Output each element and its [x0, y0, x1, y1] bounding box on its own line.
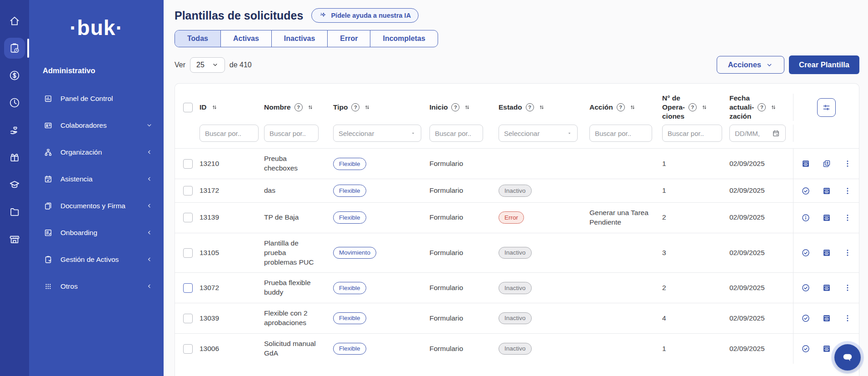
duplicate-icon[interactable] — [822, 159, 831, 168]
sort-icon[interactable] — [464, 104, 470, 110]
preview-icon[interactable] — [822, 344, 831, 353]
tab-error[interactable]: Error — [327, 30, 370, 47]
help-icon[interactable]: ? — [758, 103, 766, 111]
rail-item-dollar[interactable] — [4, 65, 25, 86]
filter-operaciones-input[interactable]: Buscar por.. — [662, 125, 722, 142]
column-settings-button[interactable] — [817, 98, 836, 117]
sidebar-item-gestion-de-activos[interactable]: Gestión de Activos — [29, 246, 164, 273]
preview-icon[interactable] — [822, 186, 831, 196]
sidebar-item-organizacion[interactable]: Organización — [29, 139, 164, 165]
check-circle-icon[interactable] — [801, 314, 810, 323]
sidebar-item-colaboradores[interactable]: Colaboradores — [29, 112, 164, 139]
row-actions — [801, 248, 852, 257]
tab-activas[interactable]: Activas — [220, 30, 271, 47]
table-row[interactable]: 13210Preuba checboxesFlexibleFormulario1… — [175, 148, 859, 179]
filter-id-input[interactable]: Buscar por.. — [200, 125, 259, 142]
check-circle-icon[interactable] — [801, 283, 810, 292]
row-checkbox[interactable] — [183, 186, 193, 196]
preview-icon[interactable] — [822, 283, 831, 292]
table-row[interactable]: 13039Flexible con 2 aprobacionesFlexible… — [175, 303, 859, 333]
info-circle-icon[interactable] — [801, 213, 810, 222]
rail-item-home[interactable] — [4, 10, 25, 31]
help-icon[interactable]: ? — [294, 103, 303, 111]
select-all-checkbox[interactable] — [183, 103, 193, 112]
preview-icon[interactable] — [822, 314, 831, 323]
sort-icon[interactable] — [211, 104, 218, 110]
acciones-button[interactable]: Acciones — [717, 56, 784, 74]
id-value: 13105 — [200, 248, 219, 258]
filter-accion-input[interactable]: Buscar por.. — [589, 125, 652, 142]
row-actions — [801, 213, 852, 222]
kebab-menu-icon[interactable] — [843, 213, 852, 222]
tab-todas[interactable]: Todas — [175, 30, 220, 47]
inicio-value: Formulario — [429, 213, 463, 222]
check-circle-icon[interactable] — [801, 248, 810, 257]
tab-inactivas[interactable]: Inactivas — [271, 30, 327, 47]
filter-estado-input[interactable]: Seleccionar — [499, 125, 578, 142]
column-label: N° de Opera- ciones — [662, 94, 685, 121]
table-row[interactable]: 13139TP de BajaFlexibleFormularioErrorGe… — [175, 202, 859, 233]
table-row[interactable]: 13172dasFlexibleFormularioInactivo102/09… — [175, 179, 859, 202]
help-icon[interactable]: ? — [351, 103, 359, 111]
sidebar-item-otros[interactable]: Otros — [29, 273, 164, 300]
table-row[interactable]: 13006Solicitud manual GdAFlexibleFormula… — [175, 333, 859, 364]
row-checkbox[interactable] — [183, 248, 193, 258]
cell-operaciones: 1 — [661, 149, 728, 179]
check-circle-icon[interactable] — [801, 186, 810, 196]
ai-help-button[interactable]: Pídele ayuda a nuestra IA — [311, 8, 419, 23]
row-checkbox[interactable] — [183, 283, 193, 293]
kebab-menu-icon[interactable] — [843, 159, 852, 168]
sort-icon[interactable] — [539, 104, 545, 110]
table-row[interactable]: 13105Plantilla de prueba problemas PUCMo… — [175, 233, 859, 273]
rail-item-folder[interactable] — [4, 201, 25, 222]
rail-item-storefront[interactable] — [4, 229, 25, 250]
rail-item-graduation-cap[interactable] — [4, 174, 25, 195]
sidebar-item-documentos-y-firma[interactable]: Documentos y Firma — [29, 192, 164, 219]
row-checkbox[interactable] — [183, 344, 193, 354]
help-icon[interactable]: ? — [526, 103, 534, 111]
filter-tipo-input[interactable]: Seleccionar — [333, 125, 421, 142]
help-icon[interactable]: ? — [617, 103, 625, 111]
kebab-menu-icon[interactable] — [843, 186, 852, 196]
crear-plantilla-button[interactable]: Crear Plantilla — [789, 55, 859, 74]
sort-icon[interactable] — [364, 104, 370, 110]
filter-cell-operaciones: Buscar por.. — [661, 125, 728, 142]
rail-item-clipboard-clock[interactable] — [4, 38, 25, 59]
row-actions-cell — [793, 233, 859, 273]
kebab-menu-icon[interactable] — [843, 248, 852, 257]
sort-icon[interactable] — [307, 104, 314, 110]
help-icon[interactable]: ? — [451, 103, 459, 111]
page-size-select[interactable]: 25 — [190, 57, 225, 73]
sidebar-item-onboarding[interactable]: Onboarding — [29, 219, 164, 246]
preview-icon[interactable] — [822, 248, 831, 257]
sort-icon[interactable] — [701, 104, 708, 110]
operaciones-value: 3 — [662, 248, 666, 258]
help-icon[interactable]: ? — [688, 103, 697, 111]
filter-nombre-input[interactable]: Buscar por.. — [264, 125, 319, 142]
kebab-menu-icon[interactable] — [843, 314, 852, 323]
row-checkbox[interactable] — [183, 314, 193, 323]
rail-item-clock[interactable] — [4, 92, 25, 113]
check-circle-icon[interactable] — [801, 344, 810, 353]
chat-button[interactable] — [834, 344, 861, 371]
row-checkbox[interactable] — [183, 213, 193, 222]
row-select-cell — [175, 303, 199, 333]
rail-item-hand-heart[interactable] — [4, 120, 25, 140]
page-size-value: 25 — [196, 61, 205, 69]
sidebar-menu: Panel de ControlColaboradoresOrganizació… — [29, 85, 164, 300]
sort-icon[interactable] — [629, 104, 636, 110]
inicio-value: Formulario — [429, 248, 463, 258]
row-checkbox[interactable] — [183, 159, 193, 169]
sidebar-item-asistencia[interactable]: Asistencia — [29, 165, 164, 192]
table-row[interactable]: 13072Prueba flexible buddyFlexibleFormul… — [175, 272, 859, 303]
cell-operaciones: 1 — [661, 179, 728, 202]
preview-icon[interactable] — [822, 213, 831, 222]
tab-incompletas[interactable]: Incompletas — [370, 30, 437, 47]
rail-item-gift[interactable] — [4, 147, 25, 168]
filter-fecha-input[interactable]: DD/MM, — [729, 125, 786, 142]
kebab-menu-icon[interactable] — [843, 283, 852, 292]
preview-icon[interactable] — [801, 159, 810, 168]
sort-icon[interactable] — [770, 104, 777, 110]
sidebar-item-panel-de-control[interactable]: Panel de Control — [29, 85, 164, 112]
filter-inicio-input[interactable]: Buscar por.. — [429, 125, 483, 142]
